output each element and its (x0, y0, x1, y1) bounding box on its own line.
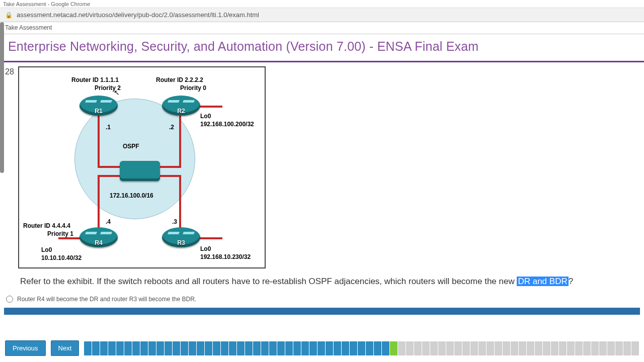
progress-tick[interactable] (567, 341, 575, 355)
question-text: Refer to the exhibit. If the switch rebo… (0, 268, 644, 293)
progress-tick[interactable] (454, 341, 462, 355)
progress-tick[interactable] (527, 341, 534, 355)
progress-tick[interactable] (245, 341, 253, 355)
router-label: R2 (177, 108, 185, 115)
progress-tick[interactable] (221, 341, 228, 355)
progress-tick[interactable] (358, 341, 365, 355)
progress-tick[interactable] (446, 341, 454, 355)
progress-tick[interactable] (575, 341, 583, 355)
progress-tick[interactable] (551, 341, 558, 355)
progress-tick[interactable] (430, 341, 438, 355)
r2-priority: Priority 0 (180, 84, 206, 92)
progress-bar[interactable] (84, 341, 639, 355)
progress-tick[interactable] (92, 341, 100, 355)
progress-tick-current[interactable] (390, 341, 397, 355)
progress-tick[interactable] (277, 341, 285, 355)
progress-tick[interactable] (253, 341, 261, 355)
r2-lo-addr: 192.168.100.200/32 (200, 121, 254, 128)
r4-host: .4 (106, 218, 111, 225)
answer-radio[interactable] (6, 296, 13, 303)
progress-tick[interactable] (156, 341, 164, 355)
progress-tick[interactable] (148, 341, 156, 355)
answer-option[interactable]: Router R4 will become the DR and router … (0, 293, 644, 308)
address-bar[interactable]: 🔒 assessment.netacad.net/virtuoso/delive… (0, 8, 644, 22)
window-title: Take Assessment - Google Chrome (3, 1, 90, 7)
separator-bar (4, 308, 640, 315)
progress-tick[interactable] (438, 341, 446, 355)
progress-tick[interactable] (116, 341, 124, 355)
progress-tick[interactable] (623, 341, 631, 355)
progress-tick[interactable] (503, 341, 510, 355)
progress-tick[interactable] (108, 341, 116, 355)
progress-tick[interactable] (398, 341, 406, 355)
page-scrollbar[interactable] (0, 22, 4, 173)
progress-tick[interactable] (293, 341, 301, 355)
router-r2-icon: R2 (162, 96, 200, 116)
progress-tick[interactable] (422, 341, 430, 355)
progress-tick[interactable] (374, 341, 381, 355)
progress-tick[interactable] (124, 341, 132, 355)
progress-tick[interactable] (559, 341, 567, 355)
progress-tick[interactable] (382, 341, 389, 355)
progress-tick[interactable] (591, 341, 599, 355)
lock-icon: 🔒 (5, 12, 13, 19)
progress-tick[interactable] (519, 341, 526, 355)
footer-nav: Previous Next (5, 340, 639, 356)
progress-tick[interactable] (181, 341, 188, 355)
r4-id: Router ID 4.4.4.4 (23, 222, 70, 229)
app-tab[interactable]: Take Assessment (0, 22, 644, 34)
progress-tick[interactable] (511, 341, 518, 355)
switch-icon (120, 161, 160, 181)
network-diagram: R1 R2 R3 R4 Router ID 1.1.1.1 Priority 2… (18, 66, 266, 268)
progress-tick[interactable] (615, 341, 623, 355)
progress-tick[interactable] (173, 341, 180, 355)
r2-id: Router ID 2.2.2.2 (156, 76, 203, 83)
progress-tick[interactable] (607, 341, 615, 355)
progress-tick[interactable] (535, 341, 542, 355)
r4-lo-addr: 10.10.10.40/32 (41, 254, 82, 261)
progress-tick[interactable] (317, 341, 325, 355)
progress-tick[interactable] (487, 341, 494, 355)
progress-tick[interactable] (165, 341, 172, 355)
r4-lo: Lo0 (41, 246, 52, 253)
r2-lo: Lo0 (200, 113, 211, 120)
progress-tick[interactable] (350, 341, 357, 355)
progress-tick[interactable] (237, 341, 245, 355)
progress-tick[interactable] (229, 341, 236, 355)
progress-tick[interactable] (342, 341, 349, 355)
progress-tick[interactable] (599, 341, 607, 355)
progress-tick[interactable] (84, 341, 92, 355)
progress-tick[interactable] (334, 341, 341, 355)
progress-tick[interactable] (462, 341, 470, 355)
progress-tick[interactable] (414, 341, 422, 355)
progress-tick[interactable] (100, 341, 108, 355)
progress-tick[interactable] (543, 341, 550, 355)
progress-tick[interactable] (269, 341, 277, 355)
progress-tick[interactable] (261, 341, 269, 355)
progress-tick[interactable] (309, 341, 317, 355)
progress-tick[interactable] (132, 341, 140, 355)
progress-tick[interactable] (197, 341, 204, 355)
progress-tick[interactable] (631, 341, 639, 355)
progress-tick[interactable] (301, 341, 309, 355)
r4-priority: Priority 1 (47, 230, 73, 237)
progress-tick[interactable] (213, 341, 220, 355)
progress-tick[interactable] (406, 341, 414, 355)
progress-tick[interactable] (583, 341, 591, 355)
progress-tick[interactable] (495, 341, 502, 355)
progress-tick[interactable] (205, 341, 212, 355)
cable (179, 113, 181, 168)
progress-tick[interactable] (470, 341, 478, 355)
router-r1-icon: R1 (79, 96, 118, 116)
progress-tick[interactable] (140, 341, 148, 355)
progress-tick[interactable] (189, 341, 196, 355)
cable (179, 175, 181, 230)
previous-button[interactable]: Previous (5, 340, 46, 356)
progress-tick[interactable] (285, 341, 293, 355)
r2-host: .2 (169, 124, 174, 131)
answer-text: Router R4 will become the DR and router … (17, 296, 196, 303)
next-button[interactable]: Next (51, 340, 79, 356)
progress-tick[interactable] (326, 341, 333, 355)
progress-tick[interactable] (366, 341, 373, 355)
progress-tick[interactable] (478, 341, 486, 355)
